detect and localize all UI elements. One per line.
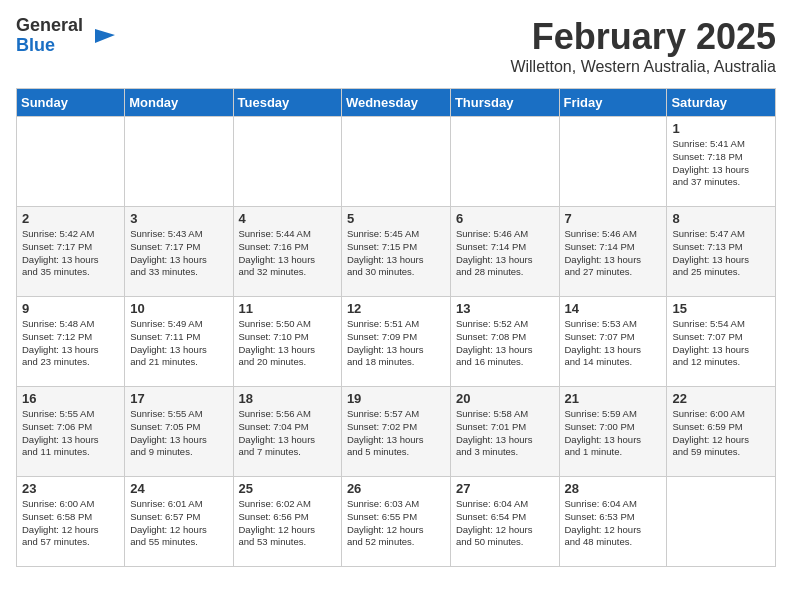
day-info: Sunrise: 5:53 AM Sunset: 7:07 PM Dayligh… <box>565 318 662 369</box>
day-info: Sunrise: 5:55 AM Sunset: 7:05 PM Dayligh… <box>130 408 227 459</box>
calendar-cell: 1Sunrise: 5:41 AM Sunset: 7:18 PM Daylig… <box>667 117 776 207</box>
calendar-cell: 25Sunrise: 6:02 AM Sunset: 6:56 PM Dayli… <box>233 477 341 567</box>
day-info: Sunrise: 5:55 AM Sunset: 7:06 PM Dayligh… <box>22 408 119 459</box>
day-number: 2 <box>22 211 119 226</box>
calendar-cell: 15Sunrise: 5:54 AM Sunset: 7:07 PM Dayli… <box>667 297 776 387</box>
calendar-cell: 27Sunrise: 6:04 AM Sunset: 6:54 PM Dayli… <box>450 477 559 567</box>
day-info: Sunrise: 5:59 AM Sunset: 7:00 PM Dayligh… <box>565 408 662 459</box>
day-info: Sunrise: 5:54 AM Sunset: 7:07 PM Dayligh… <box>672 318 770 369</box>
calendar-cell: 8Sunrise: 5:47 AM Sunset: 7:13 PM Daylig… <box>667 207 776 297</box>
logo-blue-text: Blue <box>16 36 83 56</box>
calendar-cell <box>341 117 450 207</box>
day-info: Sunrise: 5:46 AM Sunset: 7:14 PM Dayligh… <box>565 228 662 279</box>
day-number: 5 <box>347 211 445 226</box>
day-info: Sunrise: 5:49 AM Sunset: 7:11 PM Dayligh… <box>130 318 227 369</box>
calendar-week-row: 23Sunrise: 6:00 AM Sunset: 6:58 PM Dayli… <box>17 477 776 567</box>
calendar-week-row: 9Sunrise: 5:48 AM Sunset: 7:12 PM Daylig… <box>17 297 776 387</box>
day-info: Sunrise: 6:04 AM Sunset: 6:54 PM Dayligh… <box>456 498 554 549</box>
calendar-cell: 19Sunrise: 5:57 AM Sunset: 7:02 PM Dayli… <box>341 387 450 477</box>
calendar-cell: 24Sunrise: 6:01 AM Sunset: 6:57 PM Dayli… <box>125 477 233 567</box>
day-number: 11 <box>239 301 336 316</box>
calendar-cell: 12Sunrise: 5:51 AM Sunset: 7:09 PM Dayli… <box>341 297 450 387</box>
calendar-cell: 17Sunrise: 5:55 AM Sunset: 7:05 PM Dayli… <box>125 387 233 477</box>
day-number: 27 <box>456 481 554 496</box>
calendar-header-tuesday: Tuesday <box>233 89 341 117</box>
calendar-cell: 16Sunrise: 5:55 AM Sunset: 7:06 PM Dayli… <box>17 387 125 477</box>
calendar-cell: 2Sunrise: 5:42 AM Sunset: 7:17 PM Daylig… <box>17 207 125 297</box>
day-info: Sunrise: 5:57 AM Sunset: 7:02 PM Dayligh… <box>347 408 445 459</box>
day-number: 21 <box>565 391 662 406</box>
day-number: 17 <box>130 391 227 406</box>
calendar-cell: 26Sunrise: 6:03 AM Sunset: 6:55 PM Dayli… <box>341 477 450 567</box>
calendar-cell: 18Sunrise: 5:56 AM Sunset: 7:04 PM Dayli… <box>233 387 341 477</box>
calendar-header-row: SundayMondayTuesdayWednesdayThursdayFrid… <box>17 89 776 117</box>
day-number: 19 <box>347 391 445 406</box>
day-number: 12 <box>347 301 445 316</box>
day-info: Sunrise: 5:50 AM Sunset: 7:10 PM Dayligh… <box>239 318 336 369</box>
month-title: February 2025 <box>510 16 776 58</box>
calendar-week-row: 2Sunrise: 5:42 AM Sunset: 7:17 PM Daylig… <box>17 207 776 297</box>
day-info: Sunrise: 5:56 AM Sunset: 7:04 PM Dayligh… <box>239 408 336 459</box>
day-number: 9 <box>22 301 119 316</box>
calendar-cell: 7Sunrise: 5:46 AM Sunset: 7:14 PM Daylig… <box>559 207 667 297</box>
calendar-week-row: 1Sunrise: 5:41 AM Sunset: 7:18 PM Daylig… <box>17 117 776 207</box>
day-info: Sunrise: 5:44 AM Sunset: 7:16 PM Dayligh… <box>239 228 336 279</box>
calendar-header-saturday: Saturday <box>667 89 776 117</box>
day-number: 3 <box>130 211 227 226</box>
calendar-cell: 10Sunrise: 5:49 AM Sunset: 7:11 PM Dayli… <box>125 297 233 387</box>
calendar-header-friday: Friday <box>559 89 667 117</box>
day-number: 23 <box>22 481 119 496</box>
calendar-cell: 22Sunrise: 6:00 AM Sunset: 6:59 PM Dayli… <box>667 387 776 477</box>
day-number: 18 <box>239 391 336 406</box>
calendar-cell: 6Sunrise: 5:46 AM Sunset: 7:14 PM Daylig… <box>450 207 559 297</box>
svg-marker-0 <box>95 29 115 43</box>
calendar-cell <box>125 117 233 207</box>
day-info: Sunrise: 5:46 AM Sunset: 7:14 PM Dayligh… <box>456 228 554 279</box>
calendar-header-wednesday: Wednesday <box>341 89 450 117</box>
day-info: Sunrise: 5:58 AM Sunset: 7:01 PM Dayligh… <box>456 408 554 459</box>
day-info: Sunrise: 5:52 AM Sunset: 7:08 PM Dayligh… <box>456 318 554 369</box>
day-number: 1 <box>672 121 770 136</box>
logo-icon <box>87 21 117 51</box>
day-info: Sunrise: 6:01 AM Sunset: 6:57 PM Dayligh… <box>130 498 227 549</box>
calendar-cell: 21Sunrise: 5:59 AM Sunset: 7:00 PM Dayli… <box>559 387 667 477</box>
logo-general-text: General <box>16 16 83 36</box>
calendar-cell: 28Sunrise: 6:04 AM Sunset: 6:53 PM Dayli… <box>559 477 667 567</box>
day-number: 25 <box>239 481 336 496</box>
day-number: 8 <box>672 211 770 226</box>
calendar-week-row: 16Sunrise: 5:55 AM Sunset: 7:06 PM Dayli… <box>17 387 776 477</box>
day-number: 13 <box>456 301 554 316</box>
day-info: Sunrise: 5:45 AM Sunset: 7:15 PM Dayligh… <box>347 228 445 279</box>
day-number: 16 <box>22 391 119 406</box>
day-info: Sunrise: 5:48 AM Sunset: 7:12 PM Dayligh… <box>22 318 119 369</box>
calendar-cell <box>17 117 125 207</box>
page-header: General Blue February 2025 Willetton, We… <box>16 16 776 76</box>
calendar-cell <box>559 117 667 207</box>
day-info: Sunrise: 6:00 AM Sunset: 6:58 PM Dayligh… <box>22 498 119 549</box>
calendar-cell: 13Sunrise: 5:52 AM Sunset: 7:08 PM Dayli… <box>450 297 559 387</box>
day-number: 24 <box>130 481 227 496</box>
title-area: February 2025 Willetton, Western Austral… <box>510 16 776 76</box>
day-number: 22 <box>672 391 770 406</box>
calendar-cell: 14Sunrise: 5:53 AM Sunset: 7:07 PM Dayli… <box>559 297 667 387</box>
day-number: 10 <box>130 301 227 316</box>
day-info: Sunrise: 6:03 AM Sunset: 6:55 PM Dayligh… <box>347 498 445 549</box>
calendar-header-sunday: Sunday <box>17 89 125 117</box>
calendar-header-thursday: Thursday <box>450 89 559 117</box>
calendar-cell <box>233 117 341 207</box>
day-number: 7 <box>565 211 662 226</box>
day-number: 20 <box>456 391 554 406</box>
calendar-header-monday: Monday <box>125 89 233 117</box>
day-info: Sunrise: 5:51 AM Sunset: 7:09 PM Dayligh… <box>347 318 445 369</box>
day-info: Sunrise: 5:41 AM Sunset: 7:18 PM Dayligh… <box>672 138 770 189</box>
calendar-table: SundayMondayTuesdayWednesdayThursdayFrid… <box>16 88 776 567</box>
location-title: Willetton, Western Australia, Australia <box>510 58 776 76</box>
calendar-cell <box>450 117 559 207</box>
calendar-cell: 4Sunrise: 5:44 AM Sunset: 7:16 PM Daylig… <box>233 207 341 297</box>
day-number: 15 <box>672 301 770 316</box>
day-number: 14 <box>565 301 662 316</box>
calendar-cell: 23Sunrise: 6:00 AM Sunset: 6:58 PM Dayli… <box>17 477 125 567</box>
calendar-cell: 3Sunrise: 5:43 AM Sunset: 7:17 PM Daylig… <box>125 207 233 297</box>
calendar-cell <box>667 477 776 567</box>
day-number: 28 <box>565 481 662 496</box>
